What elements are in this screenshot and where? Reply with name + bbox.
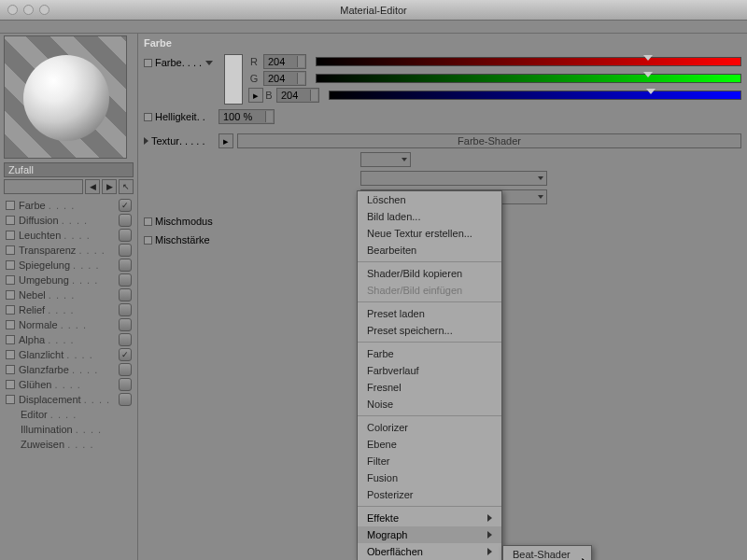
menu-item: Shader/Bild einfügen xyxy=(358,282,501,299)
material-preview[interactable] xyxy=(4,35,127,159)
color-swatch[interactable] xyxy=(224,54,243,105)
b-slider[interactable] xyxy=(329,91,741,100)
subchannel-zuweisen[interactable]: Zuweisen . . . . xyxy=(4,437,134,452)
g-label: G xyxy=(248,73,260,84)
menu-item[interactable]: Fresnel xyxy=(358,379,501,396)
material-dropdown[interactable] xyxy=(4,179,83,194)
menu-item-effekte[interactable]: Effekte xyxy=(358,510,501,526)
channel-diffusion[interactable]: Diffusion . . . . xyxy=(4,213,134,228)
b-label: B xyxy=(265,90,273,101)
texture-menu-button[interactable]: ▸ xyxy=(218,133,233,148)
mixstrength-label: Mischstärke xyxy=(144,234,218,245)
channel-alpha[interactable]: Alpha . . . . xyxy=(4,332,134,347)
b-field[interactable]: 204 xyxy=(276,88,319,103)
channel-spiegelung[interactable]: Spiegelung . . . . xyxy=(4,258,134,273)
channel-leuchten[interactable]: Leuchten . . . . xyxy=(4,228,134,243)
channel-farbe[interactable]: Farbe . . . .✓ xyxy=(4,198,134,213)
texture-context-menu: LöschenBild laden...Neue Textur erstelle… xyxy=(357,190,502,560)
mograph-submenu: Beat-ShaderFarbe-Shader xyxy=(502,545,592,560)
menu-item[interactable]: Shader/Bild kopieren xyxy=(358,265,501,282)
menu-item[interactable]: Filter xyxy=(358,453,501,469)
menu-item[interactable]: Neue Textur erstellen... xyxy=(358,225,501,242)
r-label: R xyxy=(248,56,260,67)
menu-item[interactable]: Bearbeiten xyxy=(358,242,501,259)
channel-displacement[interactable]: Displacement . . . . xyxy=(4,392,134,407)
material-name[interactable]: Zufall xyxy=(4,162,134,177)
subchannel-illumination[interactable]: Illumination . . . . xyxy=(4,422,134,437)
channel-transparenz[interactable]: Transparenz . . . . xyxy=(4,243,134,258)
menu-item[interactable]: Preset laden xyxy=(358,305,501,322)
properties-panel: Farbe Farbe. . . . R 204 G 204 ▸ xyxy=(138,34,747,560)
channel-normale[interactable]: Normale . . . . xyxy=(4,317,134,332)
texture-field[interactable]: Farbe-Shader xyxy=(237,133,741,148)
menu-item[interactable]: Fusion xyxy=(358,469,501,486)
texture-label: Textur. . . . . xyxy=(144,135,218,147)
sidebar: Zufall ◀ ▶ ↖ Farbe . . . .✓Diffusion . .… xyxy=(0,34,138,560)
sampling-dropdown[interactable] xyxy=(360,152,411,167)
menu-item-oberflächen[interactable]: Oberflächen xyxy=(358,543,501,560)
menu-item[interactable]: Farbverlauf xyxy=(358,362,501,379)
menu-item[interactable]: Colorizer xyxy=(358,419,501,436)
next-button[interactable]: ▶ xyxy=(102,179,117,194)
blur-dropdown[interactable] xyxy=(360,171,547,186)
menu-item[interactable]: Preset speichern... xyxy=(358,322,501,339)
channel-umgebung[interactable]: Umgebung . . . . xyxy=(4,273,134,287)
picker-icon[interactable]: ↖ xyxy=(119,179,134,194)
submenu-item[interactable]: Beat-Shader xyxy=(503,546,591,560)
channel-glanzlicht[interactable]: Glanzlicht . . . .✓ xyxy=(4,347,134,362)
r-field[interactable]: 204 xyxy=(263,54,306,69)
channel-glanzfarbe[interactable]: Glanzfarbe . . . . xyxy=(4,362,134,377)
prev-button[interactable]: ◀ xyxy=(85,179,100,194)
g-field[interactable]: 204 xyxy=(263,71,306,86)
toolbar xyxy=(0,21,747,34)
preview-sphere xyxy=(23,55,109,141)
subchannel-editor[interactable]: Editor . . . . xyxy=(4,407,134,422)
r-slider[interactable] xyxy=(316,57,741,66)
channel-glühen[interactable]: Glühen . . . . xyxy=(4,377,134,392)
mixmode-label: Mischmodus xyxy=(144,216,218,227)
menu-item[interactable]: Ebene xyxy=(358,436,501,453)
brightness-label: Helligkeit . . xyxy=(144,111,218,122)
color-mode-button[interactable]: ▸ xyxy=(248,88,263,103)
titlebar: Material-Editor xyxy=(0,0,747,21)
menu-item[interactable]: Farbe xyxy=(358,345,501,362)
brightness-field[interactable]: 100 % xyxy=(218,109,275,124)
g-slider[interactable] xyxy=(316,74,741,83)
menu-item[interactable]: Bild laden... xyxy=(358,208,501,225)
channel-nebel[interactable]: Nebel . . . . xyxy=(4,287,134,302)
menu-item[interactable]: Noise xyxy=(358,396,501,413)
window-title: Material-Editor xyxy=(0,5,747,16)
menu-item[interactable]: Posterizer xyxy=(358,486,501,503)
color-label: Farbe. . . . xyxy=(144,57,218,68)
menu-item[interactable]: Löschen xyxy=(358,191,501,208)
channel-relief[interactable]: Relief . . . . xyxy=(4,302,134,317)
panel-title: Farbe xyxy=(144,37,741,49)
menu-item-mograph[interactable]: Mograph xyxy=(358,526,501,543)
